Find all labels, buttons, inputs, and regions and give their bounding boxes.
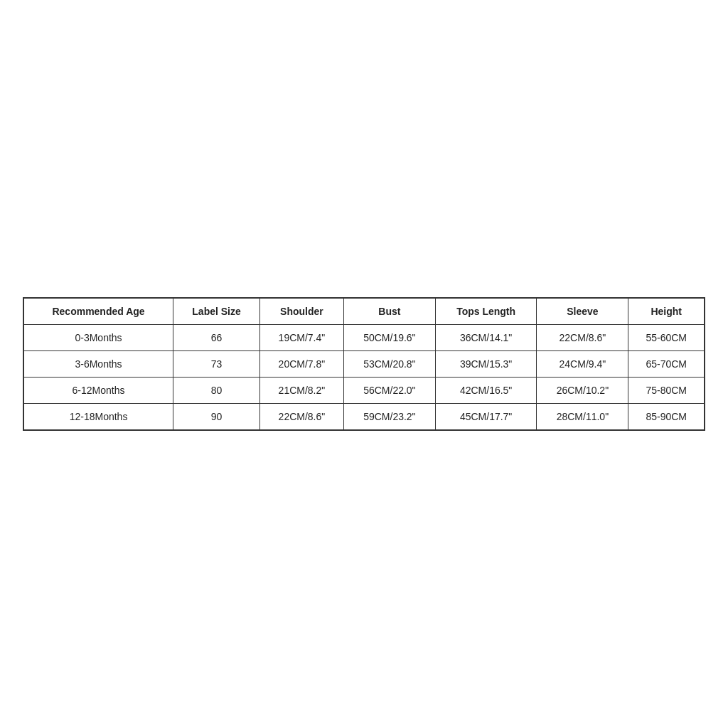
- cell-shoulder: 21CM/8.2": [259, 378, 343, 404]
- size-chart-table: Recommended Age Label Size Shoulder Bust…: [23, 297, 705, 431]
- cell-age: 0-3Months: [23, 325, 173, 351]
- cell-height: 65-70CM: [628, 351, 705, 378]
- header-sleeve: Sleeve: [537, 298, 628, 325]
- table-row: 12-18Months9022CM/8.6"59CM/23.2"45CM/17.…: [23, 404, 705, 431]
- cell-bust: 56CM/22.0": [343, 378, 435, 404]
- table-header-row: Recommended Age Label Size Shoulder Bust…: [23, 298, 705, 325]
- table-row: 3-6Months7320CM/7.8"53CM/20.8"39CM/15.3"…: [23, 351, 705, 378]
- cell-tops_length: 36CM/14.1": [435, 325, 537, 351]
- cell-label_size: 66: [173, 325, 260, 351]
- cell-shoulder: 22CM/8.6": [259, 404, 343, 431]
- cell-bust: 59CM/23.2": [343, 404, 435, 431]
- header-label-size: Label Size: [173, 298, 260, 325]
- header-tops-length: Tops Length: [435, 298, 537, 325]
- cell-shoulder: 20CM/7.8": [259, 351, 343, 378]
- cell-label_size: 80: [173, 378, 260, 404]
- size-chart-container: Recommended Age Label Size Shoulder Bust…: [23, 297, 705, 431]
- cell-tops_length: 45CM/17.7": [435, 404, 537, 431]
- table-row: 6-12Months8021CM/8.2"56CM/22.0"42CM/16.5…: [23, 378, 705, 404]
- table-row: 0-3Months6619CM/7.4"50CM/19.6"36CM/14.1"…: [23, 325, 705, 351]
- header-height: Height: [628, 298, 705, 325]
- header-shoulder: Shoulder: [259, 298, 343, 325]
- cell-tops_length: 39CM/15.3": [435, 351, 537, 378]
- cell-tops_length: 42CM/16.5": [435, 378, 537, 404]
- cell-height: 55-60CM: [628, 325, 705, 351]
- header-recommended-age: Recommended Age: [23, 298, 173, 325]
- cell-bust: 50CM/19.6": [343, 325, 435, 351]
- cell-bust: 53CM/20.8": [343, 351, 435, 378]
- cell-age: 12-18Months: [23, 404, 173, 431]
- cell-age: 3-6Months: [23, 351, 173, 378]
- cell-label_size: 73: [173, 351, 260, 378]
- cell-height: 75-80CM: [628, 378, 705, 404]
- cell-sleeve: 26CM/10.2": [537, 378, 628, 404]
- cell-height: 85-90CM: [628, 404, 705, 431]
- cell-sleeve: 24CM/9.4": [537, 351, 628, 378]
- cell-sleeve: 22CM/8.6": [537, 325, 628, 351]
- header-bust: Bust: [343, 298, 435, 325]
- cell-shoulder: 19CM/7.4": [259, 325, 343, 351]
- cell-label_size: 90: [173, 404, 260, 431]
- cell-sleeve: 28CM/11.0": [537, 404, 628, 431]
- cell-age: 6-12Months: [23, 378, 173, 404]
